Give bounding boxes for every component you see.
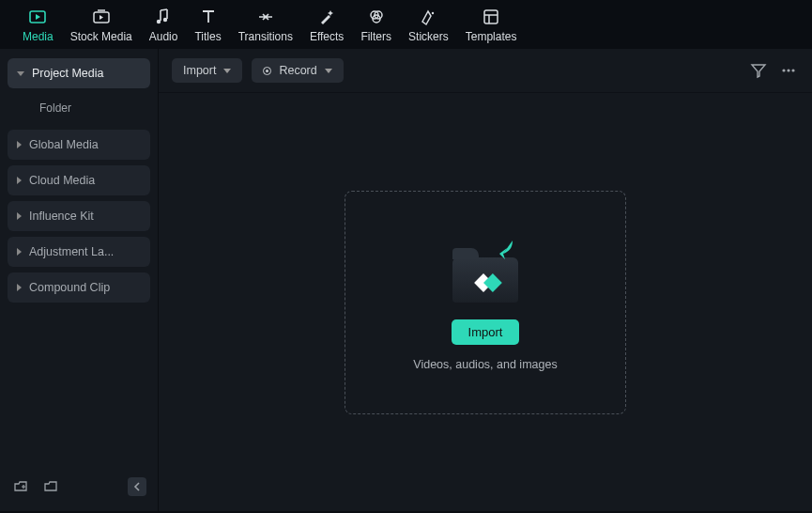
main-toolbar: Import Record: [159, 49, 812, 93]
sidebar-item-label: Folder: [39, 101, 71, 115]
record-dropdown-label: Record: [279, 64, 316, 77]
tab-audio[interactable]: Audio: [149, 8, 178, 43]
folder-button[interactable]: [41, 477, 60, 496]
record-dropdown[interactable]: Record: [252, 58, 343, 83]
more-options-button[interactable]: [778, 60, 799, 81]
top-tabs: Media Stock Media Audio Titles Transitio…: [0, 0, 812, 49]
sidebar-item-influence-kit[interactable]: Influence Kit: [8, 201, 150, 231]
audio-icon: [154, 8, 173, 26]
sidebar: Project Media Folder Global Media Cloud …: [0, 49, 158, 511]
svg-point-13: [791, 69, 794, 71]
chevron-right-icon: [17, 248, 22, 256]
tab-titles[interactable]: Titles: [194, 8, 221, 43]
chevron-down-icon: [17, 71, 24, 76]
titles-icon: [199, 8, 218, 26]
chevron-right-icon: [17, 177, 22, 184]
tab-label: Stock Media: [70, 30, 132, 43]
import-dropdown-label: Import: [183, 64, 216, 77]
sidebar-item-adjustment-layer[interactable]: Adjustment La...: [8, 237, 150, 267]
media-icon: [28, 8, 47, 26]
transitions-icon: [256, 8, 275, 26]
svg-marker-3: [100, 15, 103, 20]
tab-label: Titles: [194, 30, 221, 43]
templates-icon: [482, 8, 500, 26]
collapse-sidebar-button[interactable]: [128, 477, 146, 496]
sidebar-item-label: Global Media: [29, 138, 99, 151]
svg-marker-1: [36, 14, 40, 20]
content-area: Import Videos, audios, and images: [159, 93, 812, 511]
sidebar-item-label: Project Media: [32, 67, 103, 80]
chevron-right-icon: [17, 284, 22, 291]
tab-label: Transitions: [238, 30, 293, 43]
svg-point-9: [432, 12, 434, 14]
effects-icon: [317, 8, 336, 26]
filters-icon: [367, 8, 386, 26]
filter-button[interactable]: [748, 60, 769, 81]
import-dropzone[interactable]: Import Videos, audios, and images: [345, 191, 626, 414]
sidebar-item-project-media[interactable]: Project Media: [8, 58, 150, 88]
svg-rect-10: [484, 10, 498, 23]
sidebar-item-label: Cloud Media: [29, 174, 95, 187]
tab-filters[interactable]: Filters: [360, 8, 391, 43]
tab-stickers[interactable]: Stickers: [408, 8, 449, 43]
tab-transitions[interactable]: Transitions: [238, 8, 293, 43]
tab-label: Effects: [310, 30, 344, 43]
sidebar-item-label: Adjustment La...: [29, 245, 114, 258]
sidebar-item-label: Compound Clip: [29, 281, 110, 294]
sidebar-item-cloud-media[interactable]: Cloud Media: [8, 165, 150, 195]
chevron-right-icon: [17, 141, 22, 148]
stock-media-icon: [92, 8, 111, 26]
folder-import-icon: [445, 233, 526, 306]
tab-effects[interactable]: Effects: [310, 8, 344, 43]
tab-media[interactable]: Media: [23, 8, 54, 43]
import-dropdown[interactable]: Import: [172, 58, 242, 83]
tab-label: Stickers: [408, 30, 449, 43]
stickers-icon: [419, 8, 437, 26]
tab-label: Media: [23, 30, 54, 43]
tab-stock-media[interactable]: Stock Media: [70, 8, 132, 43]
chevron-down-icon: [325, 69, 332, 73]
sidebar-item-compound-clip[interactable]: Compound Clip: [8, 272, 150, 303]
chevron-right-icon: [17, 212, 22, 220]
tab-label: Filters: [360, 30, 391, 43]
record-icon: [263, 67, 271, 75]
tab-label: Audio: [149, 30, 178, 43]
sidebar-item-label: Influence Kit: [29, 210, 94, 223]
main-panel: Import Record: [158, 49, 812, 511]
new-folder-button[interactable]: [11, 477, 30, 496]
svg-point-4: [157, 20, 161, 23]
dropzone-hint: Videos, audios, and images: [413, 358, 557, 371]
svg-point-5: [163, 18, 167, 22]
tab-label: Templates: [466, 30, 517, 43]
tab-templates[interactable]: Templates: [466, 8, 517, 43]
sidebar-item-global-media[interactable]: Global Media: [8, 130, 150, 160]
svg-point-11: [782, 69, 785, 71]
sidebar-subitem-folder[interactable]: Folder: [8, 94, 150, 122]
import-button[interactable]: Import: [452, 319, 520, 345]
svg-point-12: [787, 69, 789, 71]
chevron-down-icon: [223, 69, 231, 73]
